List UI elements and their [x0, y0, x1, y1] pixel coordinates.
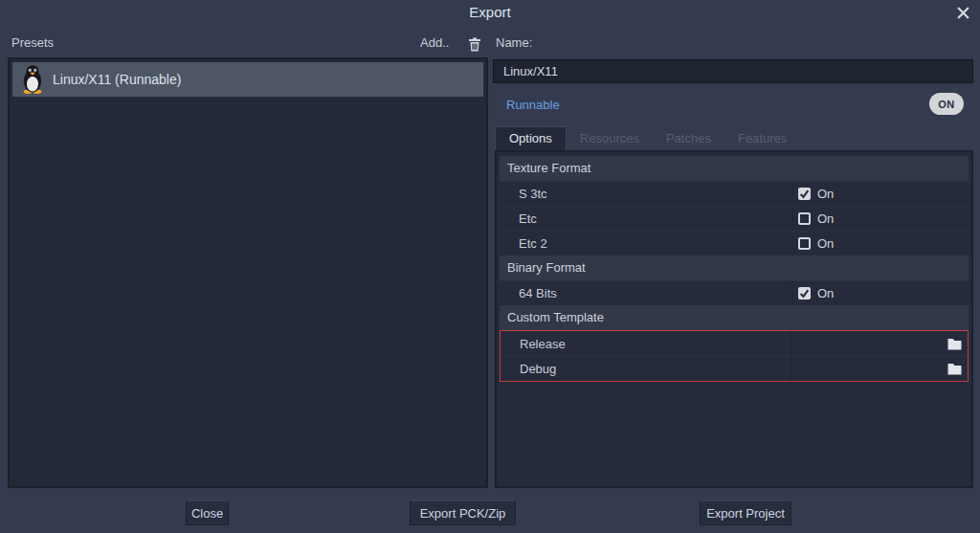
- checkbox-label: On: [817, 187, 834, 201]
- close-icon[interactable]: [954, 4, 971, 21]
- runnable-label: Runnable: [506, 98, 560, 112]
- preset-item-linux-x11[interactable]: Linux/X11 (Runnable): [12, 62, 483, 97]
- name-input[interactable]: [493, 59, 973, 83]
- export-tabs: Options Resources Patches Features: [495, 126, 973, 150]
- preset-item-label: Linux/X11 (Runnable): [53, 72, 181, 87]
- checkbox-label: On: [817, 236, 834, 251]
- option-label: Etc: [500, 211, 791, 226]
- checkbox-label: On: [817, 286, 834, 300]
- option-row-64bits: 64 Bits On: [500, 280, 969, 305]
- dialog-title: Export: [0, 4, 980, 20]
- folder-icon[interactable]: [945, 360, 964, 379]
- name-label: Name:: [496, 35, 532, 50]
- close-button[interactable]: Close: [186, 500, 229, 525]
- presets-heading: Presets: [11, 35, 54, 50]
- delete-preset-icon[interactable]: [465, 34, 484, 54]
- option-row-release: Release: [501, 331, 968, 356]
- option-label: S 3tc: [500, 187, 791, 201]
- option-row-etc: Etc On: [500, 206, 969, 231]
- checkbox-label: On: [817, 211, 834, 226]
- folder-icon[interactable]: [945, 334, 964, 353]
- options-panel: Texture Format S 3tc On Etc On Etc 2 On …: [495, 150, 973, 488]
- export-project-button[interactable]: Export Project: [700, 500, 791, 525]
- tab-resources[interactable]: Resources: [567, 127, 653, 150]
- option-row-s3tc: S 3tc On: [500, 181, 969, 206]
- custom-template-error-group: Release Debug: [500, 330, 969, 382]
- linux-tux-icon: [20, 65, 45, 94]
- tab-patches[interactable]: Patches: [653, 127, 724, 150]
- section-binary-format: Binary Format: [500, 255, 969, 280]
- add-preset-button[interactable]: Add..: [420, 35, 449, 50]
- checkbox-s3tc[interactable]: [798, 188, 811, 200]
- checkbox-etc[interactable]: [798, 212, 811, 225]
- runnable-toggle[interactable]: ON: [929, 93, 964, 115]
- tab-options[interactable]: Options: [495, 126, 567, 150]
- checkbox-etc2[interactable]: [798, 237, 811, 250]
- section-texture-format: Texture Format: [500, 156, 969, 181]
- option-label: Debug: [501, 362, 791, 376]
- option-row-debug: Debug: [501, 356, 968, 381]
- checkbox-64bits[interactable]: [798, 287, 811, 300]
- option-label: Etc 2: [500, 236, 791, 251]
- section-custom-template: Custom Template: [500, 305, 969, 330]
- export-pck-zip-button[interactable]: Export PCK/Zip: [410, 500, 516, 525]
- option-row-etc2: Etc 2 On: [500, 231, 969, 255]
- option-label: 64 Bits: [500, 286, 791, 300]
- option-label: Release: [501, 337, 791, 351]
- tab-features[interactable]: Features: [724, 127, 800, 150]
- presets-list: Linux/X11 (Runnable): [8, 57, 488, 488]
